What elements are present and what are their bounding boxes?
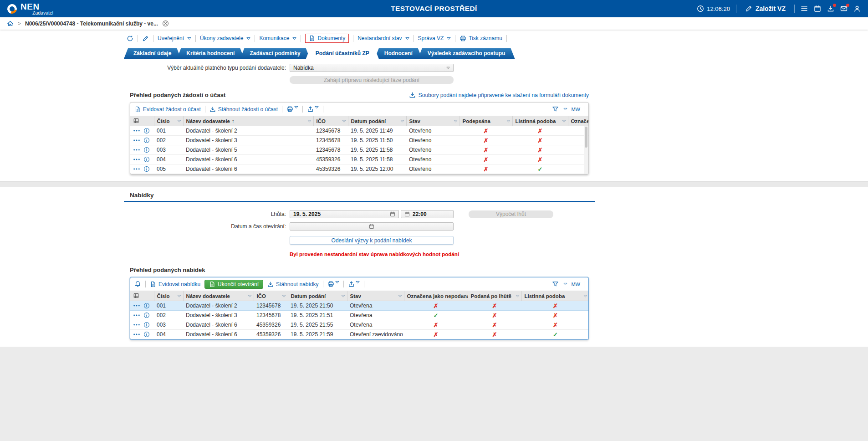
column-datum-podani[interactable]: Datum podání xyxy=(288,291,347,301)
row-menu-icon[interactable] xyxy=(133,323,140,326)
print-table-button[interactable] xyxy=(327,281,339,287)
export-table-button[interactable] xyxy=(348,281,360,287)
table-row[interactable]: 001 Dodavatel - školení 2 12345678 19. 5… xyxy=(130,126,589,136)
stahnout-nabidky-button[interactable]: Stáhnout nabídky xyxy=(267,281,318,287)
column-stav[interactable]: Stav xyxy=(347,291,404,301)
oteviani-date-field[interactable] xyxy=(290,222,454,231)
info-icon[interactable] xyxy=(143,128,150,134)
scrollbar-thumb[interactable] xyxy=(585,127,587,148)
column-oznacena-jako-nepodana[interactable]: Označena jako nepodaná xyxy=(404,291,468,301)
table-scrollbar[interactable] xyxy=(584,126,588,174)
column-nazev-dodavatele[interactable]: Název dodavatele↑ xyxy=(183,116,313,126)
table-row[interactable]: 002 Dodavatel - školení 3 12345678 19. 5… xyxy=(130,136,589,145)
column-select[interactable] xyxy=(130,291,154,301)
column-listinna-podoba[interactable]: Listinná podoba xyxy=(521,291,589,301)
tab-zakladni-udaje[interactable]: Základní údaje xyxy=(124,48,181,59)
row-menu-icon[interactable] xyxy=(133,139,140,142)
table-row[interactable]: 003 Dodavatel - školení 6 45359326 19. 5… xyxy=(130,320,589,330)
menu-tisk-zaznamu[interactable]: Tisk záznamu xyxy=(460,35,502,42)
notifications-button[interactable] xyxy=(134,281,141,287)
info-icon[interactable] xyxy=(143,156,150,163)
row-menu-icon[interactable] xyxy=(133,129,140,132)
vypocet-lhut-button[interactable]: Výpočet lhůt xyxy=(469,210,553,218)
files-download-link[interactable]: Soubory podání najdete připravené ke sta… xyxy=(409,92,589,98)
cell-datum: 19. 5. 2025 11:49 xyxy=(348,126,406,136)
export-table-button[interactable] xyxy=(307,106,319,113)
chevron-down-icon[interactable] xyxy=(563,108,567,111)
column-stav[interactable]: Stav xyxy=(406,116,460,126)
table-row[interactable]: 003 Dodavatel - školení 5 12345678 19. 5… xyxy=(130,145,589,155)
column-cislo[interactable]: Číslo xyxy=(154,116,183,126)
evidovat-zadost-button[interactable]: Evidovat žádost o účast xyxy=(134,106,201,113)
edit-button[interactable] xyxy=(142,35,149,42)
close-tab-button[interactable] xyxy=(162,20,169,27)
menu-sprava-vz[interactable]: Správa VZ xyxy=(418,35,451,41)
filter-button[interactable] xyxy=(552,281,559,287)
calendar-button[interactable] xyxy=(814,5,821,12)
info-icon[interactable] xyxy=(143,147,150,153)
row-menu-icon[interactable] xyxy=(133,149,140,151)
server-clock: 12:06:20 xyxy=(697,5,730,12)
breadcrumb-item[interactable]: N006/25/V00004748 - Telekomunikační služ… xyxy=(25,21,158,27)
column-podepsana[interactable]: Podepsána xyxy=(460,116,512,126)
row-menu-icon[interactable] xyxy=(133,333,140,336)
column-ico[interactable]: IČO xyxy=(313,116,348,126)
table-row[interactable]: 004 Dodavatel - školení 6 45359326 19. 5… xyxy=(130,155,589,164)
mw-button[interactable]: MW xyxy=(571,282,580,287)
odeslani-vyzvy-button[interactable]: Odeslání výzvy k podání nabídek xyxy=(290,236,454,245)
tab-kriteria-hodnoceni[interactable]: Kritéria hodnocení xyxy=(177,48,244,59)
calendar-icon[interactable] xyxy=(390,211,395,217)
menu-ukony-zadavatele[interactable]: Úkony zadavatele xyxy=(200,35,250,41)
chevron-down-icon[interactable] xyxy=(563,282,567,286)
column-nazev-dodavatele[interactable]: Název dodavatele xyxy=(183,291,254,301)
submission-type-select[interactable]: Nabídka xyxy=(290,64,454,72)
column-ico[interactable]: IČO xyxy=(254,291,288,301)
lhuta-date-field[interactable]: 19. 5. 2025 xyxy=(290,210,399,218)
status-mark: ✗ xyxy=(553,303,558,309)
evidovat-nabidku-button[interactable]: Evidovat nabídku xyxy=(150,281,200,287)
profile-button[interactable] xyxy=(853,5,861,12)
column-datum-podani[interactable]: Datum podání xyxy=(348,116,406,126)
print-table-button[interactable] xyxy=(286,106,298,113)
menu-komunikace[interactable]: Komunikace xyxy=(259,35,296,41)
table-row-selected[interactable]: 001 Dodavatel - školení 2 12345678 19. 5… xyxy=(130,301,589,311)
create-vz-button[interactable]: Založit VZ xyxy=(742,5,788,13)
table-row[interactable]: 005 Dodavatel - školení 6 45359326 19. 5… xyxy=(130,164,589,174)
tab-zadavaci-podminky[interactable]: Zadávací podmínky xyxy=(240,48,310,59)
lhuta-time-field[interactable]: 22:00 xyxy=(401,210,454,218)
mw-button[interactable]: MW xyxy=(571,107,580,112)
menu-dokumenty[interactable]: Dokumenty xyxy=(305,34,349,43)
info-icon[interactable] xyxy=(143,166,150,172)
row-menu-icon[interactable] xyxy=(133,304,140,307)
row-menu-icon[interactable] xyxy=(133,158,140,161)
info-icon[interactable] xyxy=(143,322,150,328)
info-icon[interactable] xyxy=(143,312,150,318)
menu-uverejneni[interactable]: Uveřejnění xyxy=(158,35,191,41)
column-cislo[interactable]: Číslo xyxy=(154,291,183,301)
tab-hodnoceni[interactable]: Hodnocení xyxy=(375,48,422,59)
nen-logo[interactable]: NEN Zadavatel xyxy=(7,2,53,15)
info-icon[interactable] xyxy=(143,331,150,338)
column-select[interactable] xyxy=(130,116,154,126)
menu-button[interactable] xyxy=(801,5,808,12)
column-listinna-podoba[interactable]: Listinná podoba xyxy=(512,116,568,126)
ukoncit-oteviani-button[interactable]: Ukončit otevírání xyxy=(204,280,263,289)
history-button[interactable] xyxy=(127,35,133,42)
info-icon[interactable] xyxy=(143,303,150,309)
row-menu-icon[interactable] xyxy=(133,314,140,317)
info-icon[interactable] xyxy=(143,137,150,144)
menu-nestandardni-stav[interactable]: Nestandardní stav xyxy=(357,35,409,41)
table-row[interactable]: 004 Dodavatel - školení 6 45359326 19. 5… xyxy=(130,330,589,339)
row-menu-icon[interactable] xyxy=(133,168,140,170)
filter-button[interactable] xyxy=(552,106,559,113)
home-button[interactable] xyxy=(7,20,14,27)
tab-vysledek-zadavaciho-postupu[interactable]: Výsledek zadávacího postupu xyxy=(418,48,515,59)
table-row[interactable]: 002 Dodavatel - školení 3 12345678 19. 5… xyxy=(130,311,589,320)
column-oznacena[interactable]: Označe xyxy=(568,116,589,126)
stahnout-zadosti-button[interactable]: Stáhnout žádosti o účast xyxy=(209,106,278,113)
downloads-button[interactable] xyxy=(827,5,834,12)
messages-button[interactable] xyxy=(840,5,848,12)
tab-podani-ucastniku-zp[interactable]: Podání účastníků ZP xyxy=(306,48,379,59)
next-phase-button[interactable]: Zahájit přípravu následující fáze podání xyxy=(290,76,454,84)
column-podana-po-lhute[interactable]: Podaná po lhůtě xyxy=(468,291,521,301)
